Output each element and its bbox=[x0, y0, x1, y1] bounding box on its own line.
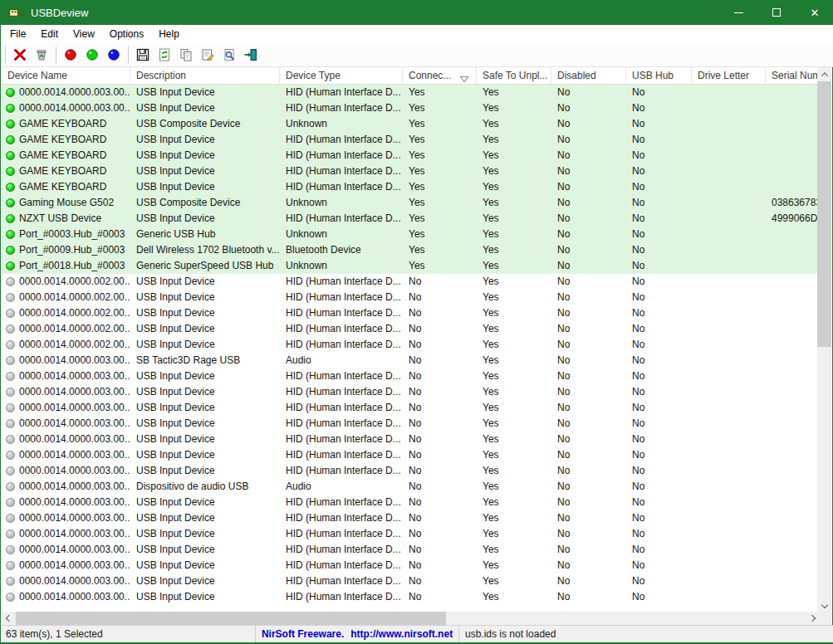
cell-disabled: No bbox=[551, 558, 626, 573]
table-row[interactable]: Port_#0018.Hub_#0003Generic SuperSpeed U… bbox=[2, 258, 819, 274]
table-row[interactable]: 0000.0014.0000.003.00...USB Input Device… bbox=[2, 368, 819, 384]
cell-safe-to-unplug: Yes bbox=[477, 211, 551, 227]
table-row[interactable]: GAME KEYBOARDUSB Input DeviceHID (Human … bbox=[2, 148, 819, 163]
table-row[interactable]: 0000.0014.0000.003.00...USB Input Device… bbox=[2, 85, 819, 100]
toolbar-button-red-ball[interactable] bbox=[61, 45, 81, 65]
column-header-connected[interactable]: Connec... bbox=[403, 67, 477, 84]
cell-description: USB Input Device bbox=[130, 416, 280, 432]
device-name-text: GAME KEYBOARD bbox=[19, 165, 106, 177]
cell-connected: No bbox=[403, 447, 477, 463]
toolbar-button-find[interactable] bbox=[219, 45, 239, 65]
toolbar-button-properties[interactable] bbox=[198, 45, 218, 65]
menu-item-view[interactable]: View bbox=[66, 25, 102, 43]
cell-drive-letter bbox=[692, 432, 766, 447]
disconnected-status-icon bbox=[6, 403, 15, 412]
column-header-drive-letter[interactable]: Drive Letter bbox=[692, 67, 766, 84]
cell-description: USB Input Device bbox=[130, 589, 280, 605]
toolbar-button-refresh[interactable] bbox=[154, 45, 174, 65]
toolbar-button-delete[interactable] bbox=[10, 45, 30, 65]
status-nirsoft-pane: NirSoft Freeware. http://www.nirsoft.net bbox=[256, 626, 459, 642]
cell-drive-letter bbox=[692, 463, 766, 479]
connected-status-icon bbox=[6, 183, 15, 192]
table-row[interactable]: GAME KEYBOARDUSB Composite DeviceUnknown… bbox=[2, 116, 819, 132]
table-row[interactable]: 0000.0014.0000.002.00...USB Input Device… bbox=[2, 274, 819, 290]
table-row[interactable]: 0000.0014.0000.002.00...USB Input Device… bbox=[2, 305, 819, 321]
cell-device-type: HID (Human Interface D... bbox=[280, 495, 403, 510]
table-row[interactable]: 0000.0014.0000.003.00...USB Input Device… bbox=[2, 100, 819, 116]
cell-device-type: HID (Human Interface D... bbox=[280, 400, 403, 416]
cell-device-name: 0000.0014.0000.003.00... bbox=[2, 479, 130, 495]
table-row[interactable]: 0000.0014.0000.003.00...USB Input Device… bbox=[2, 573, 819, 589]
column-header-safe-to-unplug[interactable]: Safe To Unpl... bbox=[477, 67, 551, 84]
table-row[interactable]: GAME KEYBOARDUSB Input DeviceHID (Human … bbox=[2, 179, 819, 195]
vertical-scrollbar[interactable] bbox=[817, 67, 831, 612]
device-name-text: 0000.0014.0000.003.00... bbox=[19, 575, 130, 587]
menu-item-options[interactable]: Options bbox=[102, 25, 151, 43]
table-row[interactable]: Port_#0003.Hub_#0003Generic USB HubUnkno… bbox=[2, 227, 819, 242]
column-header-description[interactable]: Description bbox=[130, 67, 280, 84]
table-row[interactable]: 0000.0014.0000.002.00...USB Input Device… bbox=[2, 290, 819, 305]
close-button[interactable]: ✕ bbox=[796, 0, 833, 25]
table-row[interactable]: 0000.0014.0000.003.00...Dispositivo de a… bbox=[2, 479, 819, 495]
table-row[interactable]: Gaming Mouse G502USB Composite DeviceUnk… bbox=[2, 195, 819, 211]
table-row[interactable]: 0000.0014.0000.002.00...USB Input Device… bbox=[2, 337, 819, 353]
table-row[interactable]: 0000.0014.0000.003.00...USB Input Device… bbox=[2, 416, 819, 432]
maximize-button[interactable] bbox=[757, 0, 796, 25]
menu-item-help[interactable]: Help bbox=[151, 25, 187, 43]
horizontal-scrollbar-thumb[interactable] bbox=[16, 612, 446, 625]
table-row[interactable]: GAME KEYBOARDUSB Input DeviceHID (Human … bbox=[2, 132, 819, 148]
table-row[interactable]: 0000.0014.0000.003.00...USB Input Device… bbox=[2, 495, 819, 510]
table-row[interactable]: Port_#0009.Hub_#0003Dell Wireless 1702 B… bbox=[2, 242, 819, 258]
scroll-left-button[interactable] bbox=[2, 612, 16, 625]
table-row[interactable]: 0000.0014.0000.003.00...USB Input Device… bbox=[2, 400, 819, 416]
table-row[interactable]: 0000.0014.0000.003.00...USB Input Device… bbox=[2, 384, 819, 400]
column-header-device-type[interactable]: Device Type bbox=[280, 67, 403, 84]
column-header-device-name[interactable]: Device Name bbox=[2, 67, 130, 84]
cell-usb-hub: No bbox=[626, 290, 692, 305]
minimize-button[interactable] bbox=[719, 0, 757, 25]
toolbar-button-save[interactable] bbox=[133, 45, 153, 65]
toolbar-button-copy[interactable] bbox=[176, 45, 196, 65]
cell-device-name: 0000.0014.0000.003.00... bbox=[2, 353, 130, 368]
toolbar-button-green-ball[interactable] bbox=[82, 45, 102, 65]
scroll-up-button[interactable] bbox=[817, 67, 831, 81]
device-name-text: 0000.0014.0000.003.00... bbox=[19, 370, 130, 382]
nirsoft-link[interactable]: http://www.nirsoft.net bbox=[350, 628, 453, 640]
cell-device-type: Audio bbox=[280, 353, 403, 368]
table-row[interactable]: 0000.0014.0000.003.00...SB Tactic3D Rage… bbox=[2, 353, 819, 368]
device-name-text: GAME KEYBOARD bbox=[19, 181, 106, 193]
column-header-disabled[interactable]: Disabled bbox=[551, 67, 626, 84]
table-row[interactable]: 0000.0014.0000.003.00...USB Input Device… bbox=[2, 526, 819, 542]
table-row[interactable]: NZXT USB DeviceUSB Input DeviceHID (Huma… bbox=[2, 211, 819, 227]
cell-device-type: HID (Human Interface D... bbox=[280, 432, 403, 447]
chevron-down-icon bbox=[821, 601, 827, 607]
scroll-down-button[interactable] bbox=[817, 598, 831, 612]
table-row[interactable]: GAME KEYBOARDUSB Input DeviceHID (Human … bbox=[2, 163, 819, 179]
vertical-scrollbar-thumb[interactable] bbox=[817, 81, 831, 347]
menu-item-edit[interactable]: Edit bbox=[33, 25, 66, 43]
toolbar-button-exit[interactable] bbox=[241, 45, 261, 65]
cell-drive-letter bbox=[692, 179, 766, 195]
disconnected-status-icon bbox=[6, 356, 15, 365]
menu-item-file[interactable]: File bbox=[2, 25, 33, 43]
table-row[interactable]: 0000.0014.0000.003.00...USB Input Device… bbox=[2, 542, 819, 558]
toolbar-button-uninstall[interactable] bbox=[32, 45, 51, 65]
window-controls: ✕ bbox=[719, 0, 833, 25]
table-row[interactable]: 0000.0014.0000.003.00...USB Input Device… bbox=[2, 558, 819, 573]
table-row[interactable]: 0000.0014.0000.002.00...USB Input Device… bbox=[2, 321, 819, 337]
toolbar-button-blue-ball[interactable] bbox=[104, 45, 124, 65]
table-row[interactable]: 0000.0014.0000.003.00...USB Input Device… bbox=[2, 447, 819, 463]
cell-usb-hub: No bbox=[626, 510, 692, 526]
column-header-usb-hub[interactable]: USB Hub bbox=[626, 67, 692, 84]
disconnected-status-icon bbox=[6, 277, 15, 286]
cell-drive-letter bbox=[692, 132, 766, 148]
table-row[interactable]: 0000.0014.0000.003.00...USB Input Device… bbox=[2, 510, 819, 526]
horizontal-scrollbar[interactable] bbox=[2, 612, 819, 625]
titlebar[interactable]: USBDeview ✕ bbox=[1, 0, 833, 25]
table-row[interactable]: 0000.0014.0000.003.00...USB Input Device… bbox=[2, 432, 819, 447]
cell-disabled: No bbox=[551, 432, 626, 447]
table-row[interactable]: 0000.0014.0000.003.00...USB Input Device… bbox=[2, 589, 819, 605]
table-row[interactable]: 0000.0014.0000.003.00...USB Input Device… bbox=[2, 463, 819, 479]
cell-serial-number bbox=[766, 290, 819, 305]
cell-device-name: 0000.0014.0000.003.00... bbox=[2, 542, 130, 558]
